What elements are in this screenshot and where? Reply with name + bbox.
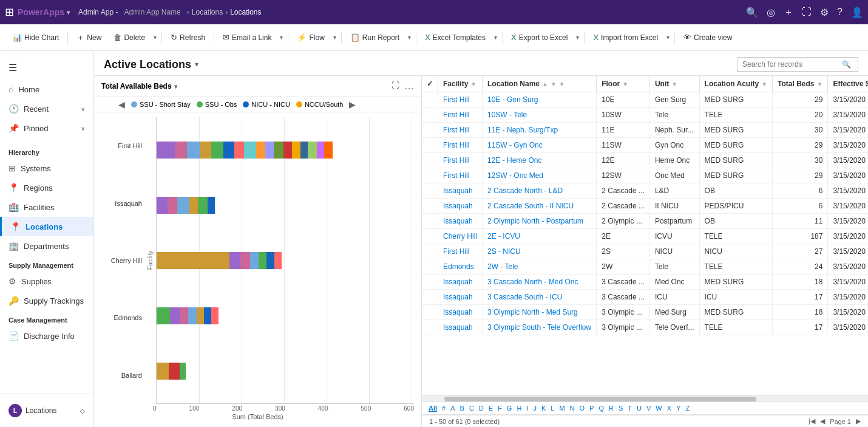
alpha-item-u[interactable]: U: [635, 403, 643, 413]
location-link[interactable]: 3 Olympic South - Tele Overflow: [487, 323, 591, 332]
alpha-item-w[interactable]: W: [654, 403, 663, 413]
alpha-item-y[interactable]: Y: [674, 403, 682, 413]
location-link[interactable]: 10E - Gen Surg: [487, 95, 538, 104]
th-location-name[interactable]: Location Name ▲ ▼ ▼: [483, 76, 597, 92]
facility-link[interactable]: Issaquah: [443, 308, 473, 316]
facility-link[interactable]: First Hill: [443, 95, 469, 104]
email-chevron[interactable]: ▾: [279, 32, 284, 43]
sidebar-item-systems[interactable]: ⊞ Systems: [0, 159, 93, 178]
excel-templates-chevron[interactable]: ▾: [493, 32, 498, 43]
search-icon[interactable]: 🔍: [746, 7, 758, 18]
favorite-icon[interactable]: ◎: [767, 7, 775, 18]
sidebar-item-home[interactable]: ⌂ Home: [0, 80, 93, 99]
email-link-button[interactable]: ✉ Email a Link: [218, 30, 276, 44]
grid-icon[interactable]: ⊞: [5, 5, 14, 19]
alpha-item-g[interactable]: G: [505, 403, 514, 413]
alpha-item-e[interactable]: E: [487, 403, 495, 413]
hamburger-icon[interactable]: ☰: [0, 56, 93, 80]
facility-link[interactable]: Issaquah: [443, 278, 473, 286]
location-link[interactable]: 2 Cascade South - II NICU: [487, 202, 574, 210]
sidebar-item-locations[interactable]: 📍 Locations: [0, 217, 93, 236]
th-total-beds[interactable]: Total Beds ▼: [773, 76, 828, 92]
recent-toggle[interactable]: ∨: [81, 106, 85, 112]
th-eff-state-date[interactable]: Effective State Date ▼: [828, 76, 868, 92]
alpha-item-#[interactable]: #: [440, 403, 447, 413]
sidebar-item-discharge-info[interactable]: 📄 Discharge Info: [0, 326, 93, 346]
add-icon[interactable]: ＋: [784, 6, 793, 19]
unit-filter-icon[interactable]: ▼: [671, 81, 677, 87]
import-excel-button[interactable]: X Import from Excel: [588, 30, 663, 44]
search-box[interactable]: 🔍: [737, 57, 858, 72]
alpha-item-j[interactable]: J: [531, 403, 538, 413]
alpha-item-l[interactable]: L: [549, 403, 556, 413]
floor-filter-icon[interactable]: ▼: [622, 81, 628, 87]
user-icon[interactable]: 👤: [851, 7, 863, 18]
breadcrumb-link1[interactable]: Locations: [192, 8, 223, 16]
chart-more-icon[interactable]: …: [404, 81, 414, 92]
settings-icon[interactable]: ⚙: [820, 7, 829, 18]
next-page-icon[interactable]: ▶: [856, 417, 861, 425]
location-link[interactable]: 3 Cascade North - Med Onc: [487, 278, 578, 286]
alpha-item-p[interactable]: P: [588, 403, 595, 413]
alpha-item-n[interactable]: N: [568, 403, 577, 413]
alpha-item-s[interactable]: S: [617, 403, 625, 413]
alpha-item-t[interactable]: T: [626, 403, 634, 413]
export-excel-button[interactable]: X Export to Excel: [506, 30, 572, 44]
location-link[interactable]: 11SW - Gyn Onc: [487, 141, 543, 149]
chart-expand-icon[interactable]: ⛶: [392, 81, 399, 92]
facility-link[interactable]: First Hill: [443, 171, 469, 180]
excel-templates-button[interactable]: X Excel Templates: [420, 30, 490, 44]
alpha-item-x[interactable]: X: [665, 403, 673, 413]
sidebar-item-supply-trackings[interactable]: 🔑 Supply Trackings: [0, 291, 93, 310]
run-report-chevron[interactable]: ▾: [407, 32, 412, 43]
alpha-item-k[interactable]: K: [540, 403, 548, 413]
import-chevron[interactable]: ▾: [665, 32, 671, 43]
facility-link[interactable]: Issaquah: [443, 217, 473, 225]
refresh-button[interactable]: ↻ Refresh: [166, 30, 210, 44]
alpha-item-all[interactable]: All: [427, 403, 439, 413]
location-link[interactable]: 2 Olympic North - Postpartum: [487, 217, 583, 225]
acuity-filter-icon[interactable]: ▼: [761, 81, 767, 87]
facility-link[interactable]: Cherry Hill: [443, 232, 477, 241]
alpha-item-o[interactable]: O: [578, 403, 587, 413]
facility-link[interactable]: First Hill: [443, 141, 469, 149]
horiz-scroll[interactable]: [422, 395, 868, 401]
hide-chart-button[interactable]: 📊 Hide Chart: [7, 30, 64, 44]
facility-link[interactable]: Edmonds: [443, 262, 474, 271]
sidebar-item-recent[interactable]: 🕐 Recent ∨: [0, 99, 93, 118]
new-button[interactable]: ＋ New: [72, 30, 106, 46]
facility-link[interactable]: Issaquah: [443, 186, 473, 195]
create-view-button[interactable]: 👁 Create view: [679, 30, 737, 44]
alpha-item-f[interactable]: F: [496, 403, 504, 413]
th-facility[interactable]: Facility ▼: [438, 76, 483, 92]
location-sort-up[interactable]: ▲: [542, 81, 548, 87]
location-link[interactable]: 11E - Neph. Surg/Txp: [487, 126, 558, 134]
facility-link[interactable]: Issaquah: [443, 293, 473, 301]
page-title-chevron[interactable]: ▾: [195, 60, 198, 69]
sidebar-item-supplies[interactable]: ⚙ Supplies: [0, 272, 93, 291]
sidebar-item-pinned[interactable]: 📌 Pinned ∨: [0, 118, 93, 138]
flow-chevron[interactable]: ▾: [332, 32, 337, 43]
sidebar-item-facilities[interactable]: 🏥 Facilities: [0, 197, 93, 217]
alpha-item-h[interactable]: H: [515, 403, 523, 413]
location-link[interactable]: 12SW - Onc Med: [487, 171, 543, 180]
th-acuity[interactable]: Location Acuity ▼: [699, 76, 772, 92]
beds-filter-icon[interactable]: ▼: [817, 81, 823, 87]
alpha-item-m[interactable]: M: [557, 403, 566, 413]
alpha-item-c[interactable]: C: [467, 403, 476, 413]
location-link[interactable]: 10SW - Tele: [487, 111, 527, 119]
prev-page-icon[interactable]: ◀: [820, 417, 825, 425]
location-link[interactable]: 2E - ICVU: [487, 232, 520, 241]
footer-chevron[interactable]: ◇: [80, 408, 85, 414]
alpha-item-b[interactable]: B: [458, 403, 466, 413]
th-floor[interactable]: Floor ▼: [597, 76, 650, 92]
location-sort-down[interactable]: ▼: [551, 81, 557, 87]
location-link[interactable]: 3 Cascade South - ICU: [487, 293, 562, 301]
location-filter-icon[interactable]: ▼: [559, 81, 565, 87]
sidebar-item-departments[interactable]: 🏢 Departments: [0, 236, 93, 256]
sidebar-item-regions[interactable]: 📍 Regions: [0, 178, 93, 197]
help-icon[interactable]: ?: [837, 7, 843, 18]
flow-button[interactable]: ⚡ Flow: [292, 30, 329, 44]
table-scroll[interactable]: ✓ Facility ▼ Lo: [422, 76, 868, 395]
search-icon[interactable]: 🔍: [842, 60, 851, 69]
